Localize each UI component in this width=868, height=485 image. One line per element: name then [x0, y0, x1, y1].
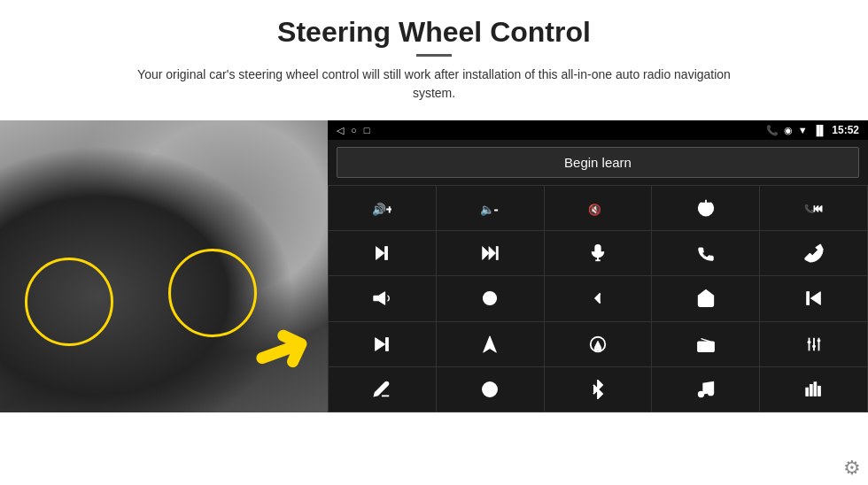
eject-button[interactable]: [545, 322, 652, 366]
svg-rect-46: [818, 386, 820, 396]
car-image: ➜: [0, 120, 328, 412]
pen-button[interactable]: [329, 367, 436, 412]
svg-marker-13: [374, 292, 385, 305]
settings-wheel-button[interactable]: [437, 367, 544, 412]
svg-marker-18: [810, 292, 820, 305]
prev-track-call-button[interactable]: 📞 ⏮: [760, 186, 867, 230]
svg-rect-17: [806, 292, 809, 305]
content-row: ➜ ◁ ○ □ 📞 ◉ ▼ ▐▌ 15:52: [0, 120, 868, 485]
location-icon: ◉: [784, 125, 793, 136]
next-track-button[interactable]: [329, 231, 436, 275]
recent-nav-icon[interactable]: □: [364, 125, 370, 135]
svg-marker-23: [594, 341, 601, 347]
begin-learn-row: Begin learn: [328, 140, 868, 185]
android-panel: ◁ ○ □ 📞 ◉ ▼ ▐▌ 15:52 Begin learn: [328, 120, 868, 412]
navigation-button[interactable]: [437, 322, 544, 366]
svg-text:🔈-: 🔈-: [480, 203, 498, 217]
camera-360-button[interactable]: 360°: [437, 276, 544, 320]
svg-text:360°: 360°: [487, 297, 496, 302]
left-control-circle: [25, 258, 113, 346]
page-title: Steering Wheel Control: [53, 16, 815, 49]
back-button[interactable]: [545, 276, 652, 320]
svg-rect-33: [812, 345, 816, 348]
svg-marker-21: [484, 336, 497, 352]
svg-text:🔊+: 🔊+: [372, 203, 391, 217]
signal-icon: ▐▌: [813, 125, 827, 135]
svg-rect-9: [497, 247, 499, 260]
status-bar: ◁ ○ □ 📞 ◉ ▼ ▐▌ 15:52: [328, 120, 868, 140]
svg-point-41: [699, 392, 704, 397]
settings-gear-icon[interactable]: ⚙: [843, 457, 861, 480]
back-nav-icon[interactable]: ◁: [337, 125, 344, 136]
svg-rect-6: [385, 247, 388, 260]
phone-call-button[interactable]: [652, 231, 759, 275]
svg-text:🔇: 🔇: [588, 203, 601, 216]
begin-learn-button[interactable]: Begin learn: [337, 147, 859, 178]
svg-rect-28: [699, 346, 703, 347]
status-right-icons: 📞 ◉ ▼ ▐▌ 15:52: [766, 124, 859, 136]
music-button[interactable]: [652, 367, 759, 412]
title-divider: [416, 54, 452, 57]
hang-up-button[interactable]: [760, 231, 867, 275]
home-button[interactable]: [652, 276, 759, 320]
icon-grid: 🔊+ 🔈- 🔇: [328, 185, 868, 412]
rewind-button[interactable]: [760, 276, 867, 320]
bluetooth-button[interactable]: [545, 367, 652, 412]
svg-marker-7: [483, 247, 489, 260]
header-section: Steering Wheel Control Your original car…: [0, 0, 868, 112]
page-container: Steering Wheel Control Your original car…: [0, 0, 868, 485]
svg-rect-45: [814, 382, 817, 396]
vol-up-button[interactable]: 🔊+: [329, 186, 436, 230]
android-panel-wrapper: ◁ ○ □ 📞 ◉ ▼ ▐▌ 15:52 Begin learn: [328, 120, 868, 485]
ff-button[interactable]: [437, 231, 544, 275]
svg-point-36: [487, 387, 492, 392]
svg-marker-5: [376, 247, 384, 260]
phone-status-icon: 📞: [766, 125, 779, 136]
wifi-icon: ▼: [798, 125, 808, 135]
power-button[interactable]: [652, 186, 759, 230]
svg-rect-34: [817, 339, 820, 342]
seicane-watermark: Seicane: [554, 455, 640, 478]
status-nav-icons: ◁ ○ □: [337, 125, 369, 136]
svg-rect-43: [805, 388, 808, 396]
svg-marker-8: [489, 247, 495, 260]
svg-point-26: [707, 344, 712, 350]
audio-bars-button[interactable]: [760, 367, 867, 412]
mute-button[interactable]: 🔇: [545, 186, 652, 230]
radio-button[interactable]: [652, 322, 759, 366]
svg-rect-44: [810, 384, 812, 396]
home-nav-icon[interactable]: ○: [351, 125, 357, 135]
svg-rect-20: [386, 337, 389, 350]
subtitle-text: Your original car's steering wheel contr…: [124, 65, 744, 103]
svg-rect-32: [807, 341, 810, 343]
equalizer-button[interactable]: [760, 322, 867, 366]
svg-point-42: [709, 390, 714, 396]
svg-rect-24: [594, 348, 601, 350]
svg-marker-19: [376, 337, 385, 350]
svg-rect-27: [699, 344, 703, 345]
skip-forward-button[interactable]: [329, 322, 436, 366]
horn-button[interactable]: [329, 276, 436, 320]
microphone-button[interactable]: [545, 231, 652, 275]
status-time: 15:52: [832, 124, 859, 136]
svg-text:⏮: ⏮: [813, 203, 823, 213]
vol-down-button[interactable]: 🔈-: [437, 186, 544, 230]
